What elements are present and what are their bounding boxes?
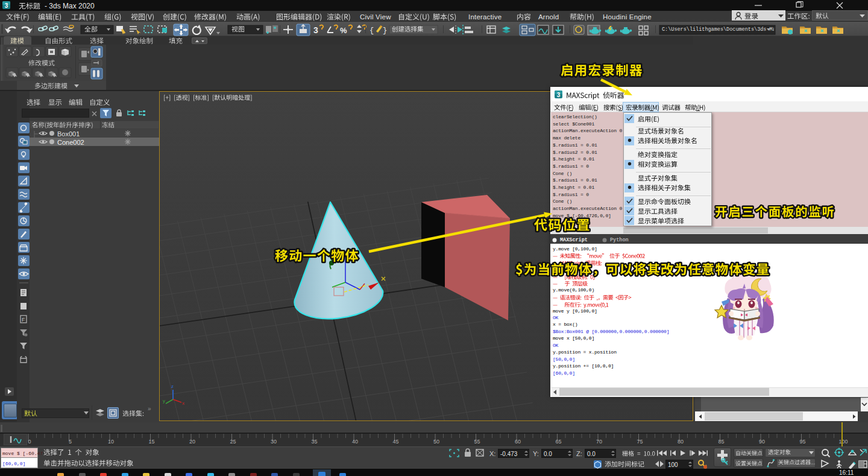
svg-text:{: {: [370, 27, 374, 35]
svg-text:x: x: [182, 401, 184, 406]
svg-text:z: z: [171, 384, 174, 389]
svg-text:%: %: [340, 26, 347, 35]
svg-text:3: 3: [5, 2, 8, 9]
svg-text:F: F: [22, 317, 25, 323]
svg-text:3: 3: [313, 25, 318, 35]
svg-text:y: y: [163, 398, 165, 404]
svg-text:3: 3: [557, 92, 561, 98]
svg-text:}: }: [383, 27, 387, 35]
